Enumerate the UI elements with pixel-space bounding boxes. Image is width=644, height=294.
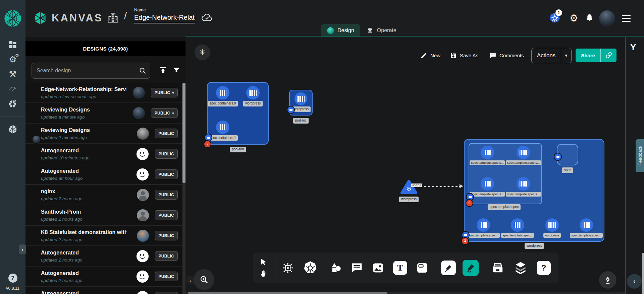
visibility-badge[interactable]: PUBLIC [155,251,178,261]
visibility-badge[interactable]: PUBLIC [155,272,178,281]
chevron-down-icon[interactable] [172,111,174,116]
save-as-button[interactable]: Save As [450,48,478,63]
container-node[interactable] [517,177,530,191]
design-list-item[interactable]: Autogenerated updated 2 hours ago PUBLIC [25,267,182,287]
design-list-item[interactable]: Reviewing Designs updated a minute ago P… [25,103,182,124]
visibility-badge[interactable]: PUBLIC [155,129,178,138]
layers-tool-icon[interactable] [514,261,527,275]
kubernetes-components-icon[interactable] [303,261,318,275]
tab-operate[interactable]: Operate [360,24,402,37]
cloud-sync-icon[interactable] [201,13,213,22]
pen-mode-button[interactable] [599,271,616,289]
design-list-item[interactable]: K8 Statefulset demonstration with mo upd… [25,226,182,246]
components-chip-icon[interactable] [281,262,294,274]
rail-scrollbar-thumb[interactable] [642,253,644,294]
help-tool-icon[interactable]: ? [537,261,551,275]
design-list-item[interactable]: Edge-Network-Relationship: Service updat… [25,83,182,103]
deployment-node[interactable]: spec.template.spec.s... spec.template.sp… [464,139,604,242]
search-icon[interactable] [139,67,147,75]
deployment-template-node[interactable]: spec.template.spec.s... spec.template.sp… [469,143,542,204]
design-name-input[interactable] [134,14,195,23]
pod-error-badge[interactable]: 2 [204,140,211,148]
spec-node[interactable]: spec [557,144,578,165]
sidebar-item-extensions[interactable] [8,98,18,108]
design-list-item[interactable]: Autogenerated updated 10 minutes ago PUB… [25,144,182,164]
container-node[interactable] [517,146,530,159]
tab-design[interactable]: Design [321,24,360,37]
visibility-badge[interactable]: PUBLIC [151,108,178,118]
design-list-item[interactable]: Reviewing Designs updated 2 minutes ago … [25,124,182,144]
sidebar-item-dashboard[interactable] [8,40,18,50]
visibility-badge[interactable]: PUBLIC [155,149,178,159]
operate-tab-label: Operate [377,27,396,33]
freehand-draw-tool-icon[interactable] [463,260,479,276]
container-node[interactable] [481,146,494,159]
pan-hand-icon[interactable] [260,269,268,277]
copy-link-icon[interactable] [601,52,616,59]
actions-caret-icon[interactable]: ▼ [561,53,571,58]
kanvas-logo[interactable]: KANVAS [33,11,103,25]
drawer-tool-icon[interactable] [491,261,504,275]
actions-dropdown-button[interactable]: Actions ▼ [531,48,572,63]
container-node[interactable] [481,177,494,191]
note-tool-icon[interactable] [416,262,429,274]
feedback-button[interactable]: Feedback [636,139,644,172]
panel-expand-handle[interactable]: › [19,244,26,254]
service-edge[interactable] [419,186,461,187]
share-button[interactable]: Share [576,49,616,62]
kubernetes-context-button[interactable]: 1 [549,12,561,24]
settings-gear-icon[interactable]: ⚙ [570,13,578,23]
container-node[interactable] [216,86,229,99]
visibility-badge[interactable]: PUBLIC [155,169,178,179]
designs-scrollbar-thumb[interactable] [182,83,185,183]
container-node[interactable] [477,218,490,232]
container-node[interactable] [246,86,260,99]
pod-single-node[interactable]: wordpress pod-roc [289,90,313,116]
container-node[interactable] [294,92,307,105]
search-input[interactable] [32,68,139,74]
organization-icon[interactable] [107,11,119,23]
text-tool-icon[interactable]: T [393,261,407,275]
image-tool-icon[interactable] [372,262,384,274]
design-list-item[interactable]: Autogenerated updated an hour ago PUBLIC [25,164,182,185]
notifications-bell-icon[interactable] [585,13,594,22]
select-cursor-icon[interactable] [260,258,268,266]
filter-icon[interactable] [172,66,180,74]
design-list-item[interactable]: nginx updated 2 hours ago PUBLIC [25,185,182,205]
meshery-logo[interactable] [0,0,25,37]
collapse-rail-chevron[interactable]: ‹ [627,274,642,289]
zoom-in-button[interactable] [194,269,214,290]
shapes-tool-icon[interactable] [330,262,342,274]
visibility-badge[interactable]: PUBLIC [155,231,178,240]
snowflake-toggle-button[interactable]: ✳ [195,45,210,60]
container-node[interactable] [580,218,593,232]
sidebar-item-performance[interactable] [8,84,18,94]
chevron-down-icon[interactable] [172,90,174,95]
design-list-item[interactable]: Santhosh-Prom updated 2 hours ago PUBLIC [25,205,182,226]
import-design-icon[interactable] [159,66,167,74]
user-avatar[interactable] [599,10,615,26]
sidebar-item-toolkit[interactable]: ⚒ [8,69,18,79]
pod-group-node[interactable]: spec.containers.0 wordpress spec.contain… [207,82,269,145]
sidebar-item-lifecycle[interactable]: ⚙⚙ [8,54,18,64]
comment-tool-icon[interactable] [351,262,363,274]
sidebar-item-kanvas[interactable] [8,124,18,134]
deployment-error-badge[interactable]: 3 [461,237,469,245]
container-node[interactable] [216,121,229,134]
container-node[interactable] [545,218,559,232]
visibility-badge[interactable]: PUBLIC [151,88,178,97]
comments-button[interactable]: Comments [489,48,524,63]
visibility-badge[interactable]: PUBLIC [155,210,178,220]
new-design-button[interactable]: New [420,48,440,63]
flows-icon[interactable]: Y [630,42,636,53]
design-list-item[interactable]: Autogenerated updated 2 hours ago PUBLIC [25,287,182,294]
visibility-badge[interactable]: PUBLIC [155,292,178,294]
visibility-badge[interactable]: PUBLIC [155,190,178,200]
canvas-hscrollbar-thumb[interactable] [188,292,387,294]
container-node[interactable] [511,218,524,232]
template-error-badge[interactable]: 5 [466,199,473,207]
design-list-item[interactable]: Autogenerated updated 2 hours ago PUBLIC [25,246,182,267]
help-button[interactable]: ? [8,274,17,283]
menu-hamburger-icon[interactable] [622,15,631,22]
pen-path-tool-icon[interactable] [441,261,456,275]
